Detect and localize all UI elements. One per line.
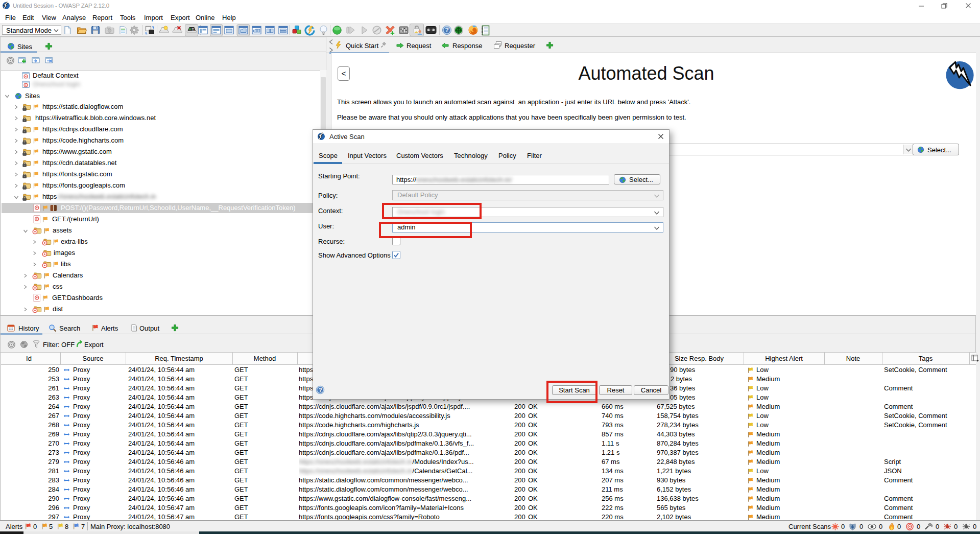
svg-text:T.: T. [192, 28, 195, 31]
svg-text:?: ? [445, 27, 449, 34]
svg-text:?: ? [319, 387, 322, 393]
